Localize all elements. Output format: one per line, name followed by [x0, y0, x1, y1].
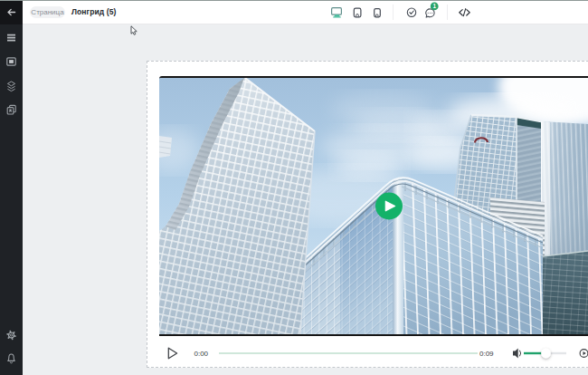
svg-text:0:00: 0:00 — [194, 350, 209, 358]
svg-text:0:09: 0:09 — [479, 350, 494, 358]
svg-text:1: 1 — [432, 3, 436, 9]
